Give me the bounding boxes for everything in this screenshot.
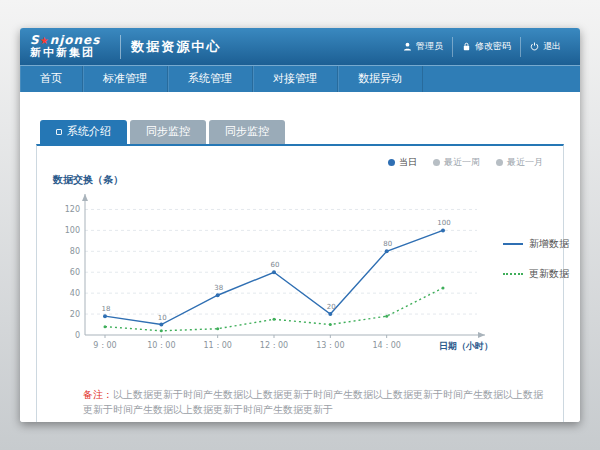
svg-text:40: 40 <box>70 289 80 298</box>
tab-sync-monitor-1-label: 同步监控 <box>146 120 190 144</box>
tab-sync-monitor-1[interactable]: 同步监控 <box>130 120 206 144</box>
nav-item-connection-management[interactable]: 对接管理 <box>253 66 338 92</box>
series-legend: 新增数据 更新数据 <box>503 237 569 281</box>
tab-bar: 系统介绍 同步监控 同步监控 <box>36 120 564 144</box>
footnote-label: 备注： <box>83 389 113 400</box>
nav-item-home[interactable]: 首页 <box>20 66 83 92</box>
legend-updated-data-line-icon <box>503 273 523 275</box>
top-header-bar: S★njones 新中新集团 数据资源中心 管理员 修改密码 <box>20 28 580 65</box>
svg-text:日期（小时）: 日期（小时） <box>439 341 493 351</box>
filter-today-label: 当日 <box>399 156 417 169</box>
svg-text:80: 80 <box>383 240 392 248</box>
filter-last-month-label: 最近一月 <box>507 156 543 169</box>
filter-last-week-dot-icon <box>433 159 440 166</box>
tab-sync-monitor-2-label: 同步监控 <box>225 120 269 144</box>
logout-button[interactable]: 退出 <box>520 37 570 57</box>
tab-sync-monitor-2[interactable]: 同步监控 <box>209 120 285 144</box>
chart-y-axis-title: 数据交换（条） <box>53 173 549 187</box>
svg-text:13：00: 13：00 <box>316 341 344 350</box>
svg-text:12：00: 12：00 <box>260 341 288 350</box>
user-toolbar: 管理员 修改密码 退出 <box>394 37 570 57</box>
logo-company-name: 新中新集团 <box>30 47 100 59</box>
app-title: 数据资源中心 <box>131 38 221 56</box>
footnote-text: 以上数据更新于时间产生数据以上数据更新于时间产生数据以上数据更新于时间产生数据以… <box>83 389 543 415</box>
chart-panel: 当日 最近一周 最近一月 数据交换（条） 0204060801001209：00… <box>36 144 564 422</box>
legend-new-data-line-icon <box>503 243 523 245</box>
svg-text:60: 60 <box>271 261 280 269</box>
svg-text:80: 80 <box>70 247 80 256</box>
tab-icon <box>56 129 62 135</box>
legend-updated-data[interactable]: 更新数据 <box>503 267 569 281</box>
svg-text:20: 20 <box>327 303 336 311</box>
svg-text:120: 120 <box>65 205 80 214</box>
chart-row: 0204060801001209：0010：0011：0012：0013：001… <box>51 189 549 365</box>
legend-new-data[interactable]: 新增数据 <box>503 237 569 251</box>
legend-new-data-label: 新增数据 <box>529 237 569 251</box>
legend-updated-data-label: 更新数据 <box>529 267 569 281</box>
user-icon <box>403 42 412 51</box>
admin-user-label: 管理员 <box>416 40 443 53</box>
svg-text:20: 20 <box>70 310 80 319</box>
tab-system-intro[interactable]: 系统介绍 <box>40 120 127 144</box>
filter-last-month-dot-icon <box>496 159 503 166</box>
filter-last-week[interactable]: 最近一周 <box>433 156 480 169</box>
svg-text:18: 18 <box>102 305 111 313</box>
filter-last-week-label: 最近一周 <box>444 156 480 169</box>
change-password-label: 修改密码 <box>475 40 511 53</box>
lock-icon <box>462 42 471 51</box>
line-chart: 0204060801001209：0010：0011：0012：0013：001… <box>51 189 497 365</box>
nav-item-system-management[interactable]: 系统管理 <box>168 66 253 92</box>
filter-last-month[interactable]: 最近一月 <box>496 156 543 169</box>
svg-text:100: 100 <box>437 219 450 227</box>
svg-text:14：00: 14：00 <box>372 341 400 350</box>
change-password-button[interactable]: 修改密码 <box>452 37 520 57</box>
nav-item-standard-management[interactable]: 标准管理 <box>83 66 168 92</box>
app-window: S★njones 新中新集团 数据资源中心 管理员 修改密码 <box>20 28 580 422</box>
filter-today-dot-icon <box>388 159 395 166</box>
time-range-filters: 当日 最近一周 最近一月 <box>51 156 549 169</box>
logo-star-icon: ★ <box>40 35 50 46</box>
svg-text:9：00: 9：00 <box>93 341 116 350</box>
header-divider <box>120 35 121 59</box>
main-navigation: 首页 标准管理 系统管理 对接管理 数据异动 <box>20 65 580 92</box>
svg-text:38: 38 <box>214 284 223 292</box>
svg-text:10：00: 10：00 <box>147 341 175 350</box>
admin-user-button[interactable]: 管理员 <box>394 37 452 57</box>
synjones-logo: S★njones 新中新集团 <box>30 34 100 58</box>
footnote: 备注：以上数据更新于时间产生数据以上数据更新于时间产生数据以上数据更新于时间产生… <box>51 387 549 417</box>
desktop-background: S★njones 新中新集团 数据资源中心 管理员 修改密码 <box>0 0 600 450</box>
nav-item-data-change[interactable]: 数据异动 <box>338 66 423 92</box>
logout-label: 退出 <box>543 40 561 53</box>
filter-today[interactable]: 当日 <box>388 156 417 169</box>
svg-text:0: 0 <box>75 331 80 340</box>
svg-text:11：00: 11：00 <box>203 341 231 350</box>
svg-text:10: 10 <box>158 314 167 322</box>
content-area: 系统介绍 同步监控 同步监控 当日 最近一周 <box>20 92 580 422</box>
svg-text:100: 100 <box>65 226 80 235</box>
svg-text:60: 60 <box>70 268 80 277</box>
power-icon <box>530 42 539 51</box>
tab-system-intro-label: 系统介绍 <box>67 120 111 144</box>
